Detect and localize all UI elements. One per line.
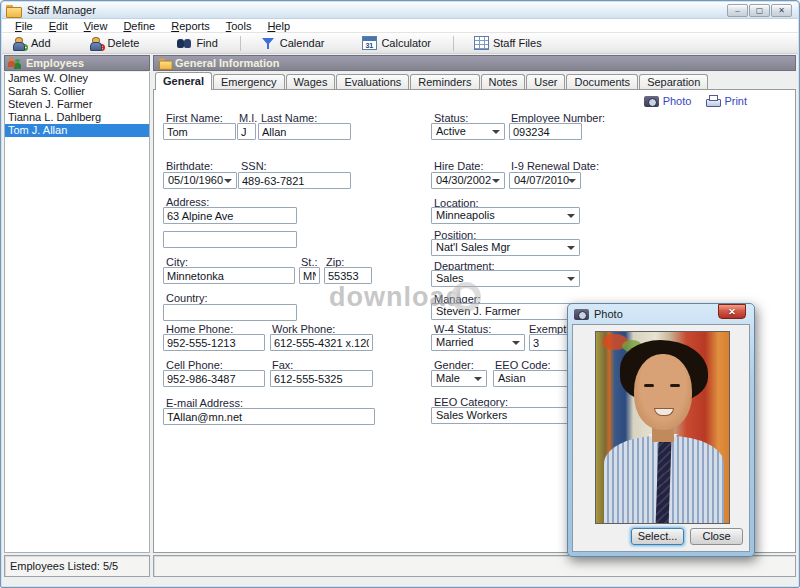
list-item[interactable]: Sarah S. Collier (5, 85, 149, 98)
list-item[interactable]: James W. Olney (5, 72, 149, 85)
tab-user[interactable]: User (526, 74, 565, 90)
tab-wages[interactable]: Wages (286, 74, 336, 90)
general-info-header: General Information (153, 55, 796, 71)
employee-number-field[interactable] (509, 123, 582, 140)
people-icon (8, 56, 23, 70)
work-phone-field[interactable] (270, 334, 373, 351)
position-combo[interactable]: Nat'l Sales Mgr (431, 239, 580, 256)
birthdate-combo[interactable]: 05/10/1960 (163, 172, 237, 189)
toolbar-separator (453, 36, 454, 51)
camera-icon (574, 309, 589, 320)
tab-notes[interactable]: Notes (481, 74, 526, 90)
chevron-down-icon (492, 179, 500, 183)
list-item[interactable]: Tianna L. Dahlberg (5, 111, 149, 124)
location-combo[interactable]: Minneapolis (431, 207, 580, 224)
window-title: Staff Manager (27, 4, 96, 16)
tab-documents[interactable]: Documents (566, 74, 638, 90)
tab-bar: General Emergency Wages Evaluations Remi… (153, 72, 796, 90)
maximize-button[interactable]: ▢ (749, 4, 770, 17)
calendar-button[interactable]: Calendar (255, 34, 331, 52)
list-item-selected[interactable]: Tom J. Allan (5, 124, 149, 137)
chevron-down-icon (567, 246, 575, 250)
menu-help[interactable]: Help (259, 19, 298, 33)
add-button[interactable]: + Add (6, 34, 57, 52)
staff-files-button[interactable]: Staff Files (468, 34, 548, 52)
bottom-status-strip (153, 555, 796, 577)
calculator-button[interactable]: Calculator (356, 34, 437, 52)
status-bar: Employees Listed: 5/5 (4, 555, 150, 577)
w4-status-combo[interactable]: Married (431, 334, 525, 351)
dialog-close-button[interactable]: ✕ (718, 304, 746, 319)
printer-icon (705, 95, 720, 107)
photo-dialog-body: Select... Close (572, 324, 750, 552)
chevron-down-icon (224, 179, 232, 183)
photo-link[interactable]: Photo (644, 95, 692, 107)
close-button[interactable]: Close (690, 528, 743, 545)
minimize-button[interactable]: – (727, 4, 748, 17)
chevron-down-icon (567, 214, 575, 218)
country-field[interactable] (163, 304, 297, 321)
mi-field[interactable] (237, 123, 256, 140)
menu-bar: File Edit View Define Reports Tools Help (2, 19, 798, 33)
hire-date-combo[interactable]: 04/30/2002 (431, 172, 505, 189)
print-link[interactable]: Print (705, 95, 747, 107)
binoculars-icon (177, 36, 192, 50)
photo-dialog: Photo ✕ Select... Close (567, 303, 755, 557)
camera-icon (644, 96, 659, 107)
tab-reminders[interactable]: Reminders (410, 74, 479, 90)
city-field[interactable] (163, 267, 295, 284)
calendar-31-icon (362, 36, 377, 50)
ssn-field[interactable] (238, 172, 351, 189)
i9-renewal-label: I-9 Renewal Date: (511, 160, 599, 172)
funnel-icon (261, 36, 276, 50)
person-delete-icon: × (89, 36, 104, 50)
gender-combo[interactable]: Male (431, 370, 487, 387)
tab-emergency[interactable]: Emergency (213, 74, 285, 90)
menu-tools[interactable]: Tools (218, 19, 260, 33)
menu-view[interactable]: View (76, 19, 116, 33)
close-button[interactable]: ✕ (771, 4, 792, 17)
tab-separation[interactable]: Separation (639, 74, 708, 90)
menu-file[interactable]: File (7, 19, 41, 33)
app-window: Staff Manager – ▢ ✕ File Edit View Defin… (0, 0, 800, 588)
status-combo[interactable]: Active (431, 123, 505, 140)
employee-photo (595, 331, 730, 524)
ssn-label: SSN: (241, 160, 267, 172)
department-combo[interactable]: Sales (431, 270, 580, 287)
address-field[interactable] (163, 207, 297, 224)
menu-reports[interactable]: Reports (163, 19, 218, 33)
email-field[interactable] (163, 408, 375, 425)
folder-icon (159, 58, 171, 67)
last-name-field[interactable] (258, 123, 351, 140)
cell-phone-field[interactable] (163, 370, 265, 387)
first-name-field[interactable] (163, 123, 236, 140)
employees-panel: Employees James W. Olney Sarah S. Collie… (4, 55, 150, 577)
address2-field[interactable] (163, 231, 297, 248)
tab-general[interactable]: General (155, 72, 212, 90)
chevron-down-icon (567, 277, 575, 281)
chevron-down-icon (474, 377, 482, 381)
app-icon (6, 5, 20, 16)
chevron-down-icon (568, 179, 576, 183)
eeo-category-combo[interactable]: Sales Workers (431, 407, 580, 424)
manager-combo[interactable]: Steven J. Farmer (431, 303, 580, 320)
birthdate-label: Birthdate: (166, 160, 213, 172)
chevron-down-icon (492, 130, 500, 134)
zip-field[interactable] (324, 267, 372, 284)
delete-button[interactable]: × Delete (83, 34, 146, 52)
toolbar-separator (240, 36, 241, 51)
list-item[interactable]: Steven J. Farmer (5, 98, 149, 111)
home-phone-field[interactable] (163, 334, 265, 351)
menu-define[interactable]: Define (115, 19, 163, 33)
employee-list: James W. Olney Sarah S. Collier Steven J… (4, 72, 150, 553)
person-add-icon: + (12, 36, 27, 50)
state-field[interactable] (299, 267, 320, 284)
fax-field[interactable] (270, 370, 373, 387)
i9-renewal-combo[interactable]: 04/07/2010 (509, 172, 581, 189)
title-bar: Staff Manager – ▢ ✕ (2, 2, 798, 19)
menu-edit[interactable]: Edit (41, 19, 76, 33)
find-button[interactable]: Find (171, 34, 223, 52)
toolbar: + Add × Delete Find Calendar Calculator … (2, 33, 798, 54)
tab-evaluations[interactable]: Evaluations (336, 74, 409, 90)
select-button[interactable]: Select... (631, 528, 684, 545)
